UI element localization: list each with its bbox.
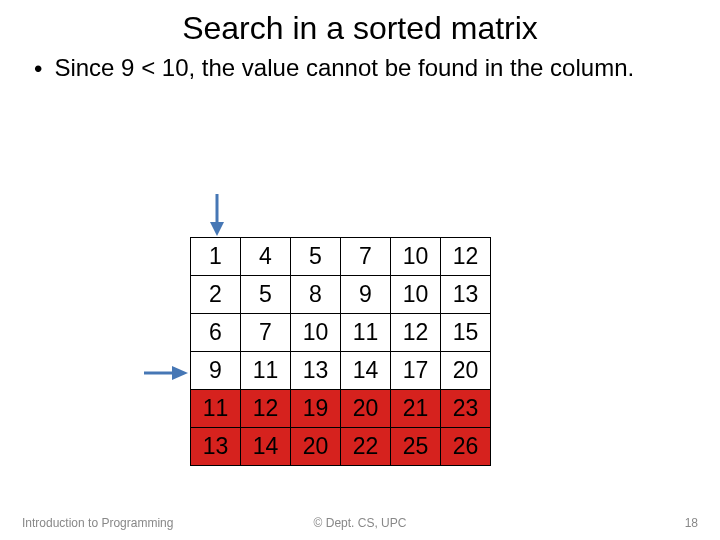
bullet-line: • Since 9 < 10, the value cannot be foun… xyxy=(34,53,680,84)
matrix-cell: 9 xyxy=(341,276,391,314)
matrix-cell: 20 xyxy=(441,352,491,390)
svg-marker-3 xyxy=(172,366,188,380)
matrix-cell: 10 xyxy=(291,314,341,352)
matrix-cell: 25 xyxy=(391,428,441,466)
matrix-table-wrap: 1457101225891013671011121591113141720111… xyxy=(190,237,491,466)
matrix-cell: 14 xyxy=(341,352,391,390)
matrix-cell: 12 xyxy=(441,238,491,276)
matrix-cell: 10 xyxy=(391,276,441,314)
matrix-table: 1457101225891013671011121591113141720111… xyxy=(190,237,491,466)
matrix-cell: 9 xyxy=(191,352,241,390)
matrix-cell: 12 xyxy=(241,390,291,428)
table-row: 131420222526 xyxy=(191,428,491,466)
matrix-cell: 11 xyxy=(341,314,391,352)
matrix-cell: 7 xyxy=(241,314,291,352)
table-row: 25891013 xyxy=(191,276,491,314)
table-row: 111219202123 xyxy=(191,390,491,428)
matrix-cell: 26 xyxy=(441,428,491,466)
matrix-cell: 20 xyxy=(291,428,341,466)
matrix-cell: 7 xyxy=(341,238,391,276)
matrix-cell: 19 xyxy=(291,390,341,428)
matrix-cell: 11 xyxy=(241,352,291,390)
bullet-dot: • xyxy=(34,53,42,84)
column-pointer-arrow-icon xyxy=(207,192,227,236)
table-row: 91113141720 xyxy=(191,352,491,390)
matrix-cell: 8 xyxy=(291,276,341,314)
matrix-cell: 21 xyxy=(391,390,441,428)
matrix-cell: 23 xyxy=(441,390,491,428)
matrix-cell: 6 xyxy=(191,314,241,352)
table-row: 14571012 xyxy=(191,238,491,276)
matrix-cell: 1 xyxy=(191,238,241,276)
page-title: Search in a sorted matrix xyxy=(0,10,720,47)
matrix-cell: 2 xyxy=(191,276,241,314)
bullet-text: Since 9 < 10, the value cannot be found … xyxy=(54,53,634,83)
table-row: 6710111215 xyxy=(191,314,491,352)
matrix-cell: 13 xyxy=(191,428,241,466)
footer-page-number: 18 xyxy=(685,516,698,530)
svg-marker-1 xyxy=(210,222,224,236)
matrix-cell: 5 xyxy=(291,238,341,276)
matrix-cell: 17 xyxy=(391,352,441,390)
matrix-cell: 12 xyxy=(391,314,441,352)
matrix-cell: 10 xyxy=(391,238,441,276)
matrix-cell: 20 xyxy=(341,390,391,428)
matrix-cell: 13 xyxy=(441,276,491,314)
matrix-cell: 15 xyxy=(441,314,491,352)
matrix-cell: 14 xyxy=(241,428,291,466)
matrix-cell: 11 xyxy=(191,390,241,428)
matrix-cell: 22 xyxy=(341,428,391,466)
row-pointer-arrow-icon xyxy=(142,363,188,383)
footer-center: © Dept. CS, UPC xyxy=(0,516,720,530)
matrix-cell: 13 xyxy=(291,352,341,390)
matrix-cell: 4 xyxy=(241,238,291,276)
matrix-cell: 5 xyxy=(241,276,291,314)
